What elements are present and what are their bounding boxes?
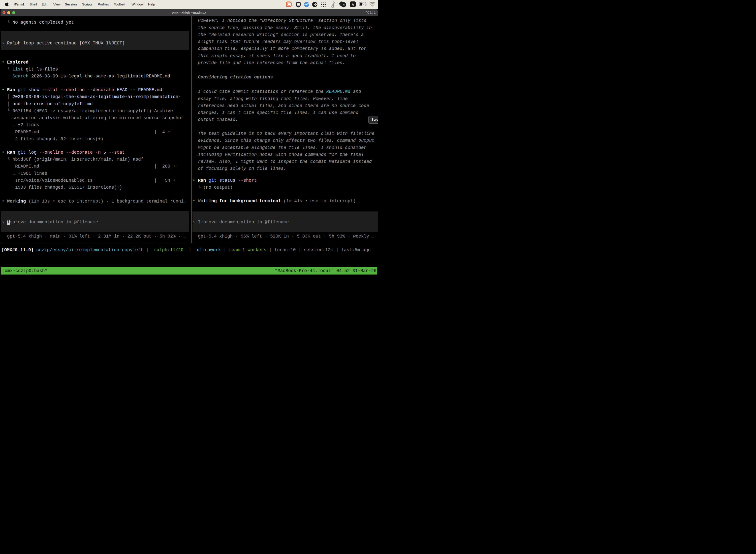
svg-text:A: A <box>352 3 354 6</box>
svg-text:..61: ..61 <box>341 4 345 6</box>
